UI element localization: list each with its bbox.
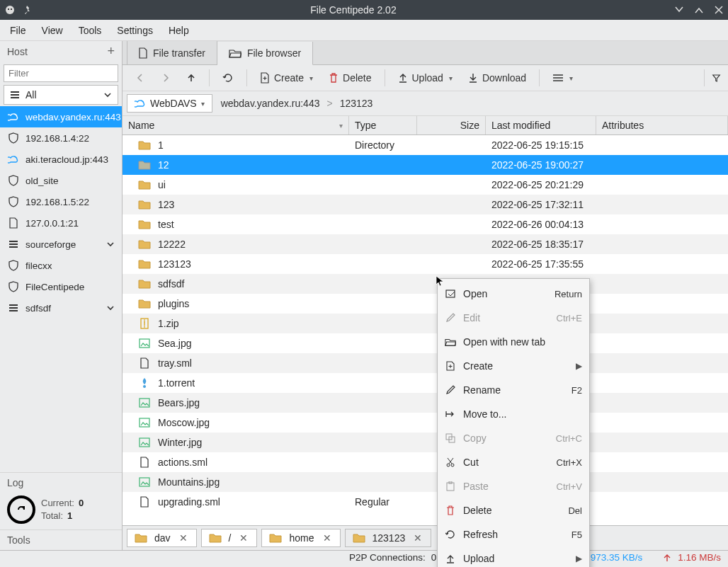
table-row[interactable]: actions.smlKB2022-06-25 20:44:18 xyxy=(123,452,728,472)
file-name: Winter.jpg xyxy=(158,437,202,448)
close-tab-icon[interactable]: ✕ xyxy=(238,532,249,544)
table-row[interactable]: Moscow.jpgMB2022-06-25 17:29:08 xyxy=(123,413,728,433)
ctx-create[interactable]: Create▶ xyxy=(438,354,589,378)
menu-tools[interactable]: Tools xyxy=(72,22,109,39)
table-row[interactable]: 1231232022-06-25 17:35:55 xyxy=(123,254,728,274)
table-row[interactable]: 1232022-06-25 17:32:11 xyxy=(123,195,728,214)
upload-button[interactable]: Upload▾ xyxy=(392,68,458,88)
ctx-delete[interactable]: DeleteDel xyxy=(438,498,589,522)
tools-label[interactable]: Tools xyxy=(0,529,122,550)
list-icon xyxy=(7,302,20,314)
col-attributes[interactable]: Attributes xyxy=(596,116,728,134)
col-type[interactable]: Type xyxy=(349,116,417,134)
table-row[interactable]: 1.torrent) B2022-06-26 01:06:11 xyxy=(123,373,728,393)
shield-icon xyxy=(7,175,20,186)
refresh-button[interactable] xyxy=(217,68,239,88)
filter-icon[interactable] xyxy=(704,69,721,86)
log-label[interactable]: Log xyxy=(0,472,122,493)
folder-icon xyxy=(353,533,365,543)
tab-file-transfer[interactable]: File transfer xyxy=(127,41,217,64)
breadcrumb-item[interactable]: webdav.yandex.ru:443 xyxy=(221,98,320,109)
sidebar-item[interactable]: sourceforge xyxy=(0,234,122,255)
menu-help[interactable]: Help xyxy=(161,22,196,39)
col-name[interactable]: Name▾ xyxy=(123,116,349,134)
ctx-open[interactable]: OpenReturn xyxy=(438,282,589,306)
menu-file[interactable]: File xyxy=(3,22,33,39)
sidebar-item[interactable]: sdfsdf xyxy=(0,297,122,319)
table-row[interactable]: 1Directory2022-06-25 19:15:15 xyxy=(123,135,728,155)
window-titlebar: File Centipede 2.02 xyxy=(0,0,728,20)
pin-icon[interactable] xyxy=(21,4,33,16)
close-icon[interactable] xyxy=(714,5,724,15)
table-row[interactable]: 122222022-06-25 18:35:17 xyxy=(123,234,728,254)
breadcrumb[interactable]: webdav.yandex.ru:443>123123 xyxy=(218,98,373,109)
table-row[interactable]: plugins2022-06-25 19:37:42 xyxy=(123,294,728,314)
sidebar-item[interactable]: old_site xyxy=(0,170,122,191)
doc-icon xyxy=(138,357,151,369)
path-tab[interactable]: dav✕ xyxy=(127,529,197,547)
maximize-icon[interactable] xyxy=(694,5,704,15)
nav-up-button[interactable] xyxy=(181,69,202,87)
col-modified[interactable]: Last modified xyxy=(486,116,596,134)
sidebar-item[interactable]: FileCentipede xyxy=(0,276,122,297)
table-row[interactable]: upgrading.smlRegular235.00 B2022-06-25 2… xyxy=(123,492,728,512)
sidebar-item[interactable]: filecxx xyxy=(0,255,122,276)
sidebar-item[interactable]: 127.0.0.1:21 xyxy=(0,212,122,234)
table-row[interactable]: sdfsdf2022-06-25 18:34:59 xyxy=(123,274,728,294)
folder-icon xyxy=(138,278,151,290)
edit-icon xyxy=(445,313,456,323)
ctx-label: Create xyxy=(463,360,569,372)
host-label: filecxx xyxy=(25,260,52,271)
col-size[interactable]: Size xyxy=(417,116,486,134)
ctx-refresh[interactable]: RefreshF5 xyxy=(438,522,589,546)
sidebar-item[interactable]: 192.168.1.5:22 xyxy=(0,191,122,212)
download-button[interactable]: Download xyxy=(462,68,532,88)
nav-forward-button[interactable] xyxy=(155,69,176,87)
nav-back-button[interactable] xyxy=(130,69,151,87)
sidebar-item[interactable]: 192.168.1.4:22 xyxy=(0,127,122,149)
filter-input[interactable] xyxy=(4,64,118,82)
sidebar-item[interactable]: aki.teracloud.jp:443 xyxy=(0,149,122,170)
minimize-icon[interactable] xyxy=(674,5,684,15)
ctx-move-to-[interactable]: Move to... xyxy=(438,402,589,426)
file-name: 1.zip xyxy=(158,318,179,329)
menu-settings[interactable]: Settings xyxy=(110,22,160,39)
menu-view[interactable]: View xyxy=(35,22,70,39)
image-icon xyxy=(138,476,151,488)
delete-button[interactable]: Delete xyxy=(323,68,377,88)
table-row[interactable]: Sea.jpgMB2022-06-25 17:29:09 xyxy=(123,333,728,353)
close-tab-icon[interactable]: ✕ xyxy=(322,532,333,544)
add-host-button[interactable]: + xyxy=(107,44,115,59)
view-options-button[interactable]: ▾ xyxy=(547,69,579,87)
file-name: 123123 xyxy=(158,258,191,270)
breadcrumb-item[interactable]: 123123 xyxy=(340,98,373,109)
ctx-shortcut: Ctrl+V xyxy=(557,481,582,492)
ctx-cut[interactable]: CutCtrl+X xyxy=(438,450,589,474)
all-hosts-row[interactable]: All xyxy=(4,85,118,105)
ctx-shortcut: F5 xyxy=(571,529,582,540)
protocol-button[interactable]: WebDAVS ▾ xyxy=(127,94,212,113)
sidebar-item[interactable]: webdav.yandex.ru:443 xyxy=(0,106,122,127)
table-row[interactable]: tray.sml) B2022-06-25 20:44:17 xyxy=(123,353,728,373)
table-row[interactable]: Bears.jpgMB2022-06-25 17:29:09 xyxy=(123,393,728,413)
table-row[interactable]: 122022-06-25 19:00:27 xyxy=(123,155,728,175)
path-tab[interactable]: 123123✕ xyxy=(345,529,432,547)
ctx-rename[interactable]: RenameF2 xyxy=(438,378,589,402)
path-tab[interactable]: home✕ xyxy=(261,529,340,547)
table-row[interactable]: Winter.jpgMB2022-06-25 17:29:10 xyxy=(123,433,728,452)
ctx-open-with-new-tab[interactable]: Open with new tab xyxy=(438,330,589,354)
close-tab-icon[interactable]: ✕ xyxy=(178,532,189,544)
table-row[interactable]: ui2022-06-25 20:21:29 xyxy=(123,175,728,195)
table-row[interactable]: Mountains.jpgMB2022-06-25 17:29:10 xyxy=(123,472,728,492)
create-button[interactable]: Create▾ xyxy=(254,68,319,88)
folder-icon xyxy=(138,219,151,230)
tab-file-browser[interactable]: File browser xyxy=(217,42,313,65)
table-row[interactable]: !1.zipKB2022-06-26 01:06:32 xyxy=(123,314,728,333)
file-modified: 2022-06-25 19:00:27 xyxy=(486,159,596,171)
file-name: 1.torrent xyxy=(158,377,195,389)
svg-point-14 xyxy=(447,464,450,466)
path-tab[interactable]: /✕ xyxy=(201,529,258,547)
close-tab-icon[interactable]: ✕ xyxy=(412,532,423,544)
table-row[interactable]: test2022-06-26 00:04:13 xyxy=(123,214,728,234)
ctx-upload[interactable]: Upload▶ xyxy=(438,546,589,567)
